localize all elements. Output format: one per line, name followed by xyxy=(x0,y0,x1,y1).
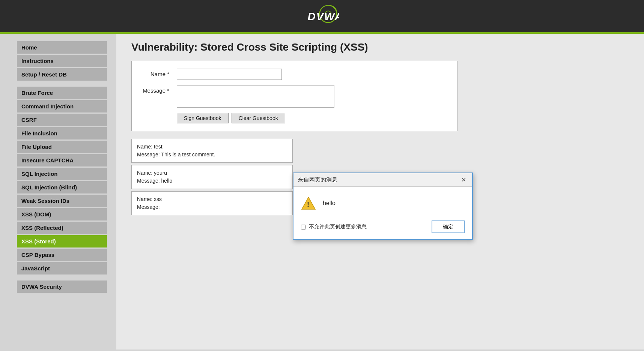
alert-message: hello xyxy=(323,200,336,207)
entry-3: Name: xss Message: xyxy=(131,191,293,215)
sidebar-item-insecure-captcha[interactable]: Insecure CAPTCHA xyxy=(17,154,107,166)
alert-checkbox-label: 不允许此页创建更多消息 xyxy=(309,224,367,230)
message-textarea[interactable] xyxy=(177,85,334,108)
alert-footer: 不允许此页创建更多消息 确定 xyxy=(293,217,472,239)
sidebar-item-csrf[interactable]: CSRF xyxy=(17,114,107,126)
alert-titlebar: 来自网页的消息 ✕ xyxy=(293,173,472,187)
warning-icon: ! xyxy=(301,196,316,211)
header: DVWA xyxy=(0,0,644,34)
sidebar-item-weak-session-ids[interactable]: Weak Session IDs xyxy=(17,195,107,207)
svg-text:DVWA: DVWA xyxy=(308,10,339,22)
sidebar: Home Instructions Setup / Reset DB Brute… xyxy=(0,34,116,350)
sidebar-item-brute-force[interactable]: Brute Force xyxy=(17,87,107,99)
sidebar-item-file-inclusion[interactable]: File Inclusion xyxy=(17,127,107,140)
alert-checkbox[interactable] xyxy=(301,225,306,230)
sidebar-item-sql-injection[interactable]: SQL Injection xyxy=(17,168,107,180)
sidebar-item-setup-reset-db[interactable]: Setup / Reset DB xyxy=(17,68,107,81)
name-row: Name * xyxy=(139,69,450,80)
entry-2-name: Name: youru xyxy=(137,169,287,177)
sidebar-item-xss-stored[interactable]: XSS (Stored) xyxy=(17,235,107,248)
page-title: Vulnerability: Stored Cross Site Scripti… xyxy=(131,41,629,53)
form-buttons: Sign Guestbook Clear Guestbook xyxy=(177,113,450,123)
sidebar-item-csp-bypass[interactable]: CSP Bypass xyxy=(17,249,107,261)
entry-3-name: Name: xss xyxy=(137,195,287,203)
entry-2: Name: youru Message: hello xyxy=(131,165,293,189)
entry-2-message: Message: hello xyxy=(137,177,287,185)
alert-body: ! hello xyxy=(293,187,472,217)
sidebar-item-home[interactable]: Home xyxy=(17,41,107,54)
sidebar-item-sql-injection-blind[interactable]: SQL Injection (Blind) xyxy=(17,181,107,194)
name-input[interactable] xyxy=(177,69,282,80)
clear-guestbook-button[interactable]: Clear Guestbook xyxy=(232,113,285,123)
name-label: Name * xyxy=(139,69,169,77)
sign-guestbook-button[interactable]: Sign Guestbook xyxy=(177,113,229,123)
sidebar-item-xss-reflected[interactable]: XSS (Reflected) xyxy=(17,222,107,234)
guestbook-entries: Name: test Message: This is a test comme… xyxy=(131,139,293,215)
guestbook-form: Name * Message * Sign Guestbook Clear Gu… xyxy=(131,61,458,131)
entry-1-message: Message: This is a test comment. xyxy=(137,151,287,159)
entry-3-message: Message: xyxy=(137,203,287,211)
sidebar-item-command-injection[interactable]: Command Injection xyxy=(17,100,107,112)
entry-1: Name: test Message: This is a test comme… xyxy=(131,139,293,163)
alert-checkbox-row: 不允许此页创建更多消息 xyxy=(301,224,367,230)
sidebar-item-instructions[interactable]: Instructions xyxy=(17,55,107,67)
message-row: Message * xyxy=(139,85,450,108)
alert-ok-button[interactable]: 确定 xyxy=(432,220,465,233)
alert-dialog: 来自网页的消息 ✕ ! hello 不允许此页创建更多消息 xyxy=(293,172,473,240)
sidebar-item-javascript[interactable]: JavaScript xyxy=(17,262,107,274)
sidebar-nav: Home Instructions Setup / Reset DB Brute… xyxy=(17,41,109,293)
dvwa-logo: DVWA xyxy=(305,3,339,29)
alert-overlay: 来自网页的消息 ✕ ! hello 不允许此页创建更多消息 xyxy=(293,172,473,240)
sidebar-item-file-upload[interactable]: File Upload xyxy=(17,141,107,153)
alert-close-button[interactable]: ✕ xyxy=(460,176,468,183)
entry-1-name: Name: test xyxy=(137,143,287,151)
main-layout: Home Instructions Setup / Reset DB Brute… xyxy=(0,34,644,350)
content-area: Vulnerability: Stored Cross Site Scripti… xyxy=(116,34,644,350)
sidebar-item-xss-dom[interactable]: XSS (DOM) xyxy=(17,208,107,220)
message-label: Message * xyxy=(139,85,169,94)
alert-title: 来自网页的消息 xyxy=(298,176,337,183)
svg-text:!: ! xyxy=(307,200,310,208)
sidebar-item-dvwa-security[interactable]: DVWA Security xyxy=(17,280,107,293)
